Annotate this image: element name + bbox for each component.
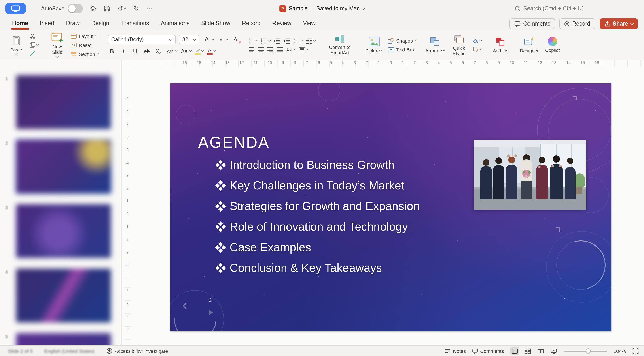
numbered-list-button[interactable]: 123 [261,38,270,44]
line-spacing-button[interactable] [293,38,302,44]
designer-button[interactable]: Designer [520,32,539,58]
slide-sorter-view-button[interactable] [523,347,532,355]
character-spacing-button[interactable]: AV [166,47,177,55]
chevron-down-icon [96,52,99,54]
comments-button[interactable]: Comments [510,18,555,29]
undo-button[interactable]: ↺ [118,5,126,12]
thumbnail-image[interactable] [16,140,111,194]
slide-thumbnail-4[interactable]: 4 [16,269,111,322]
line-spacing-icon [293,38,300,44]
language-indicator[interactable]: English (United States) [44,348,94,353]
shapes-button[interactable]: Shapes [388,37,416,44]
new-slide-button[interactable]: New Slide [48,32,67,58]
slide-title[interactable]: AGENDA [198,133,270,151]
decrease-font-size-button[interactable]: A [217,35,228,44]
comments-panel-button[interactable]: Comments [472,348,504,353]
clear-formatting-button[interactable]: A [231,35,240,44]
cut-button[interactable] [30,33,38,40]
tab-record[interactable]: Record [236,17,266,31]
search-field[interactable]: Search (Cmd + Ctrl + U) [515,5,584,12]
presentation-window-button[interactable] [5,3,26,14]
tab-transitions[interactable]: Transitions [115,17,155,31]
fit-slide-button[interactable] [632,348,639,354]
quick-styles-button[interactable]: Quick Styles [449,32,469,58]
tab-slide-show[interactable]: Slide Show [196,17,236,31]
home-button[interactable] [90,5,96,12]
decrease-indent-button[interactable] [274,38,280,44]
autosave-toggle[interactable] [68,4,83,13]
underline-button[interactable]: U [131,47,139,55]
copilot-button[interactable]: Copilot [543,32,562,58]
add-ins-button[interactable]: Add-ins [491,32,510,58]
slide-thumbnail-panel[interactable]: 12345 [0,60,122,345]
strikethrough-button[interactable]: ab [142,47,151,55]
zoom-knob[interactable] [586,348,591,353]
record-button[interactable]: Record [560,18,595,29]
increase-indent-button[interactable] [283,38,290,44]
shape-fill-button[interactable] [473,38,482,44]
tab-animations[interactable]: Animations [155,17,196,31]
text-direction-button[interactable]: A [286,47,296,52]
horizontal-ruler[interactable]: 1615141312111098765432101234567891011121… [122,60,644,67]
italic-button[interactable]: I [119,47,128,55]
zoom-percentage[interactable]: 104% [614,348,626,353]
tab-view[interactable]: View [297,17,321,31]
layout-button[interactable]: Layout [71,33,98,39]
normal-view-button[interactable] [510,347,519,355]
arrange-button[interactable]: Arrange [425,32,445,58]
save-button[interactable] [104,6,110,12]
slide-bullet-list[interactable]: Introduction to Business GrowthKey Chall… [217,154,420,278]
slide-thumbnail-2[interactable]: 2 [16,140,111,194]
share-button[interactable]: Share [600,18,638,29]
align-text-button[interactable] [298,47,308,52]
tab-draw[interactable]: Draw [60,17,86,31]
accessibility-status[interactable]: Accessibility: Investigate [106,348,168,354]
thumbnail-image[interactable] [16,269,111,322]
bulleted-list-button[interactable] [248,38,258,44]
zoom-slider[interactable] [564,348,607,354]
tab-insert[interactable]: Insert [34,17,60,31]
vertical-ruler[interactable]: 9876543210123456789 [124,67,130,345]
slide-thumbnail-3[interactable]: 3 [16,204,111,258]
slide-photo[interactable] [474,140,586,210]
slide-canvas[interactable]: AGENDA Introduction to Business GrowthKe… [170,83,611,331]
thumbnail-image[interactable] [16,204,111,258]
slideshow-view-button[interactable] [549,347,558,355]
redo-button[interactable]: ↻ [134,5,139,12]
font-name-select[interactable]: Calibri (Body) [108,35,176,44]
shape-outline-button[interactable] [473,46,482,52]
convert-to-smartart-button[interactable]: Convert to SmartArt [324,32,355,58]
notes-button[interactable]: Notes [444,348,466,353]
align-right-button[interactable] [267,47,274,52]
font-size-select[interactable]: 32 [179,35,199,44]
align-left-button[interactable] [248,47,255,52]
more-commands-button[interactable]: ⋯ [146,5,153,12]
thumbnail-image[interactable] [16,75,111,129]
section-button[interactable]: Section [71,51,98,57]
chevron-down-icon [36,43,39,46]
justify-button[interactable] [276,47,283,52]
reset-button[interactable]: Reset [71,42,98,48]
autosave-control[interactable]: AutoSave [41,4,83,13]
slide-thumbnail-5[interactable]: 5 [16,333,111,345]
bold-button[interactable]: B [108,47,116,55]
tab-review[interactable]: Review [266,17,297,31]
thumbnail-image[interactable] [16,333,111,345]
paste-button[interactable]: Paste [6,32,26,58]
tab-home[interactable]: Home [6,17,34,31]
document-title[interactable]: P Sample — Saved to my Mac [279,5,365,12]
copy-button[interactable] [30,42,38,48]
slide-thumbnail-1[interactable]: 1 [16,75,111,129]
increase-font-size-button[interactable]: A [202,35,214,44]
font-color-button[interactable]: A [206,48,215,55]
picture-button[interactable]: Picture [364,32,384,58]
text-highlight-color-button[interactable] [194,48,203,55]
change-case-button[interactable]: Aa [180,47,191,55]
reading-view-button[interactable] [536,347,545,355]
align-center-button[interactable] [258,47,264,52]
text-box-button[interactable]: A Text Box [388,46,416,53]
columns-button[interactable] [306,38,315,44]
subscript-button[interactable]: X₂ [154,47,162,55]
tab-design[interactable]: Design [86,17,115,31]
format-painter-button[interactable] [30,50,38,57]
